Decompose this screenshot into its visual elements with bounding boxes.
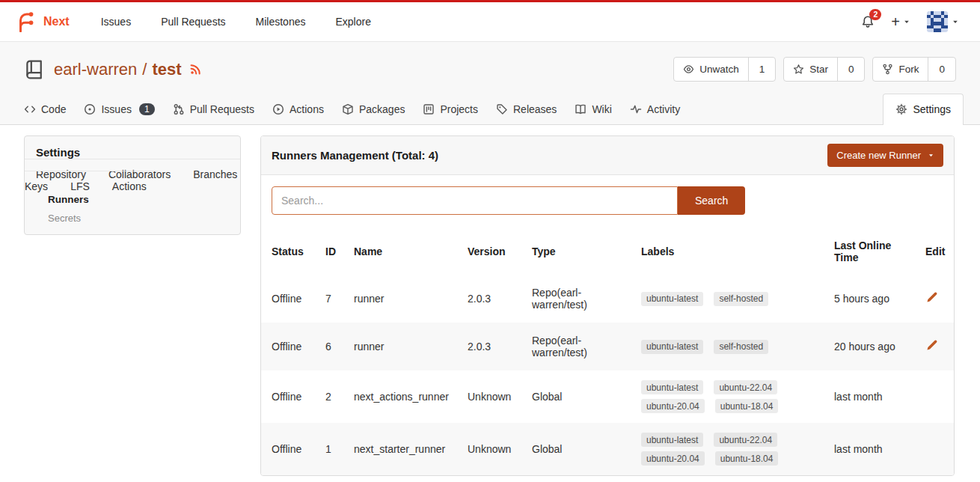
top-navbar: Next IssuesPull RequestsMilestonesExplor…: [0, 0, 980, 42]
repo-owner-link[interactable]: earl-warren: [54, 60, 137, 79]
runner-last-online: last month: [828, 370, 919, 423]
tab-code[interactable]: Code: [15, 94, 75, 124]
sidebar-subitem-runners[interactable]: Runners: [48, 194, 229, 205]
project-icon: [423, 103, 435, 115]
runner-labels: ubuntu-latestself-hosted: [635, 275, 828, 323]
column-header-last-online-time: Last Online Time: [828, 228, 919, 275]
repo-name-link[interactable]: test: [152, 60, 181, 79]
runner-search-row: Search: [261, 186, 954, 215]
navbar-left: Next IssuesPull RequestsMilestonesExplor…: [15, 10, 371, 33]
runner-label-chip: self-hosted: [714, 292, 768, 306]
tab-label: Settings: [913, 103, 951, 115]
tab-activity[interactable]: Activity: [621, 94, 689, 124]
sidebar-subitems: RunnersSecrets: [25, 192, 240, 234]
column-header-labels: Labels: [635, 228, 828, 275]
tab-releases[interactable]: Releases: [487, 94, 566, 124]
runner-id: 7: [319, 275, 348, 323]
runners-panel-header: Runners Management (Total: 4) Create new…: [261, 136, 954, 175]
actions-icon: [272, 103, 284, 115]
tab-actions[interactable]: Actions: [263, 94, 333, 124]
star-icon: [793, 64, 804, 75]
table-header-row: StatusIDNameVersionTypeLabelsLast Online…: [261, 228, 954, 275]
rss-feed-icon[interactable]: [189, 63, 202, 76]
repo-title-row: earl-warren / test Unwatch 1 Star: [0, 42, 980, 91]
runner-status: Offline: [261, 423, 319, 475]
runner-label-chip: ubuntu-18.04: [715, 451, 779, 466]
navbar-links: IssuesPull RequestsMilestonesExplore: [101, 16, 371, 28]
unwatch-label: Unwatch: [699, 64, 739, 75]
runner-label-chip: self-hosted: [714, 340, 768, 354]
navbar-link-milestones[interactable]: Milestones: [256, 16, 306, 28]
caret-down-icon: [952, 18, 959, 25]
notifications-button[interactable]: 2: [861, 15, 875, 28]
tab-issues[interactable]: Issues1: [75, 94, 163, 124]
runner-label-chip: ubuntu-latest: [641, 433, 703, 447]
navbar-link-pull-requests[interactable]: Pull Requests: [161, 16, 225, 28]
home-link[interactable]: Next: [15, 10, 70, 33]
stars-count[interactable]: 0: [837, 58, 865, 81]
unwatch-button[interactable]: Unwatch: [674, 58, 748, 81]
sidebar-subitem-secrets[interactable]: Secrets: [48, 213, 229, 224]
column-header-edit: Edit: [919, 228, 954, 275]
runner-label-chip: ubuntu-latest: [641, 380, 703, 394]
create-runner-button[interactable]: Create new Runner: [827, 144, 943, 167]
runner-label-chip: ubuntu-20.04: [641, 451, 705, 466]
book-icon: [575, 103, 587, 115]
search-button[interactable]: Search: [678, 186, 745, 215]
runner-status: Offline: [261, 275, 319, 323]
watchers-count[interactable]: 1: [748, 58, 776, 81]
forks-count[interactable]: 0: [928, 58, 955, 81]
issue-icon: [84, 103, 96, 115]
navbar-right: 2 +: [861, 11, 959, 32]
runner-status: Offline: [261, 323, 319, 370]
runner-row: Offline2next_actions_runnerUnknownGlobal…: [261, 370, 954, 423]
runner-row: Offline1next_starter_runnerUnknownGlobal…: [261, 423, 954, 475]
runners-table: StatusIDNameVersionTypeLabelsLast Online…: [261, 228, 954, 475]
tab-pull-requests[interactable]: Pull Requests: [164, 94, 263, 124]
runner-labels: ubuntu-latestself-hosted: [635, 323, 828, 370]
runner-version: 2.0.3: [462, 323, 526, 370]
tab-label: Packages: [359, 103, 405, 115]
runners-panel-body: Search StatusIDNameVersionTypeLabelsLast…: [261, 175, 954, 475]
plus-icon: +: [891, 14, 900, 29]
runner-labels: ubuntu-latestubuntu-22.04ubuntu-20.04ubu…: [635, 423, 828, 475]
search-input[interactable]: [272, 186, 678, 215]
edit-runner-button[interactable]: [925, 291, 938, 304]
fork-button[interactable]: Fork: [873, 58, 928, 81]
sidebar-item-branches[interactable]: Branches: [182, 159, 241, 189]
code-icon: [24, 103, 36, 115]
navbar-link-issues[interactable]: Issues: [101, 16, 131, 28]
runner-label-chip: ubuntu-22.04: [714, 433, 777, 447]
create-menu-button[interactable]: +: [891, 14, 910, 29]
settings-sidebar: SettingsRepositoryCollaboratorsBranchesT…: [24, 135, 241, 235]
column-header-type: Type: [526, 228, 635, 275]
content-area: SettingsRepositoryCollaboratorsBranchesT…: [0, 125, 980, 482]
tab-projects[interactable]: Projects: [414, 94, 487, 124]
fork-button-group: Fork 0: [872, 57, 956, 82]
runner-name: runner: [348, 323, 462, 370]
edit-runner-button[interactable]: [925, 339, 938, 352]
tab-label: Activity: [647, 103, 680, 115]
gear-icon: [895, 103, 907, 115]
tab-wiki[interactable]: Wiki: [566, 94, 620, 124]
runner-id: 2: [319, 370, 348, 423]
navbar-link-explore[interactable]: Explore: [335, 16, 370, 28]
user-menu-button[interactable]: [927, 11, 959, 32]
page: Next IssuesPull RequestsMilestonesExplor…: [0, 0, 980, 482]
tab-settings[interactable]: Settings: [883, 94, 964, 125]
runner-id: 6: [319, 323, 348, 370]
runner-type: Repo(earl-warren/test): [526, 275, 635, 323]
runner-version: 2.0.3: [462, 275, 526, 323]
runner-last-online: 5 hours ago: [828, 275, 919, 323]
repo-path-separator: /: [142, 60, 147, 79]
tab-packages[interactable]: Packages: [333, 94, 414, 124]
runner-label-chip: ubuntu-latest: [641, 340, 703, 354]
runner-name: runner: [348, 275, 462, 323]
runner-label-chips: ubuntu-latestself-hosted: [641, 292, 794, 306]
tab-label: Wiki: [592, 103, 611, 115]
star-button[interactable]: Star: [784, 58, 837, 81]
caret-down-icon: [903, 18, 910, 25]
runner-last-online: last month: [828, 423, 919, 475]
column-header-status: Status: [261, 228, 319, 275]
fork-icon: [882, 64, 893, 75]
